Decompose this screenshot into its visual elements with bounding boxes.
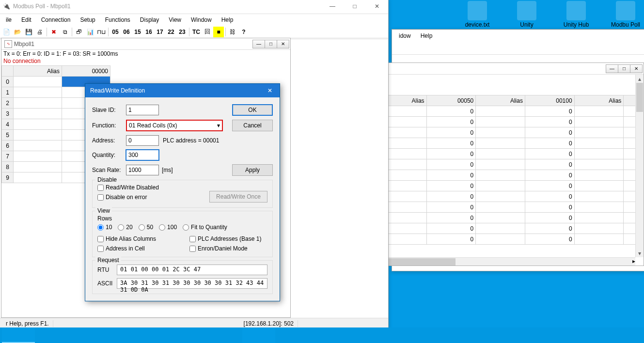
ok-button[interactable]: OK — [232, 104, 273, 116]
cell-val[interactable]: 0 — [525, 117, 574, 127]
cell-val[interactable]: 0 — [426, 181, 476, 191]
input-quantity[interactable] — [126, 150, 159, 160]
rowhead[interactable]: 7 — [2, 151, 14, 162]
rowhead[interactable]: 8 — [2, 162, 14, 172]
cell-val[interactable]: 0 — [426, 138, 476, 149]
menu-file[interactable]: ile — [1, 15, 16, 25]
menu-edit[interactable]: Edit — [16, 15, 36, 25]
cell-alias[interactable] — [14, 109, 62, 119]
tool-05[interactable]: 05 — [110, 27, 121, 37]
close-button[interactable]: ✕ — [366, 0, 388, 14]
cell-alias[interactable] — [14, 162, 62, 172]
menu-help2[interactable]: Help — [416, 31, 438, 41]
taskbar-item-modbus[interactable] — [2, 327, 35, 343]
radio-50[interactable]: 50 — [139, 224, 153, 231]
tool-open[interactable]: 📂 — [12, 27, 23, 37]
cell-val[interactable]: 0 — [525, 138, 574, 149]
input-address[interactable] — [126, 135, 159, 146]
rowhead[interactable]: 6 — [2, 140, 14, 151]
radio-100[interactable]: 100 — [159, 224, 177, 231]
rowhead[interactable]: 0 — [2, 77, 14, 87]
cell-val[interactable]: 0 — [525, 191, 574, 202]
input-scanrate[interactable] — [126, 165, 159, 175]
tool-traffic[interactable]: 📊 — [85, 27, 95, 37]
tool-pulse[interactable]: ⊓⊔ — [96, 27, 107, 37]
radio-fit[interactable]: Fit to Quantity — [183, 224, 227, 231]
cell-val[interactable]: 0 — [525, 202, 574, 213]
check-hidealias[interactable]: Hide Alias Columns — [97, 235, 184, 242]
tool-lamp[interactable]: ■ — [213, 27, 224, 37]
check-disableerr[interactable]: Disable on error — [97, 194, 159, 201]
cell-val[interactable]: 0 — [525, 106, 574, 117]
cell-val[interactable]: 0 — [426, 223, 476, 234]
second-toolbar[interactable] — [392, 41, 644, 55]
rowhead[interactable]: 3 — [2, 109, 14, 119]
tool-save[interactable]: 💾 — [23, 27, 34, 37]
second-menubar[interactable]: idow Help — [392, 30, 644, 41]
check-rwdisabled[interactable]: Read/Write Disabled — [97, 184, 159, 191]
rowhead[interactable]: 5 — [2, 130, 14, 140]
child1-min[interactable]: — — [252, 40, 265, 48]
main-toolbar[interactable]: 📄 📂 💾 🖨 ✖ ⧉ 🗗 📊 ⊓⊔ 05 06 15 16 17 22 23 … — [0, 26, 388, 38]
cell-val[interactable]: 0 — [426, 117, 476, 127]
cell-val[interactable]: 0 — [426, 127, 476, 138]
menu-setup[interactable]: Setup — [75, 15, 100, 25]
taskbar[interactable] — [0, 327, 644, 343]
tool-connect[interactable]: 🗗 — [74, 27, 84, 37]
cell-val[interactable]: 0 — [525, 234, 574, 245]
menu-view[interactable]: View — [164, 15, 186, 25]
tool-15[interactable]: 15 — [132, 27, 143, 37]
child1-close[interactable]: ✕ — [277, 40, 289, 48]
child2-min[interactable]: — — [606, 64, 618, 73]
cell-alias[interactable] — [14, 119, 62, 130]
tool-help[interactable]: ? — [238, 27, 249, 37]
cell-alias[interactable] — [14, 98, 62, 109]
tool-cut[interactable]: ✖ — [48, 27, 59, 37]
tool-22[interactable]: 22 — [166, 27, 176, 37]
cell-val[interactable]: 0 — [426, 213, 476, 223]
cell-alias[interactable] — [14, 130, 62, 140]
cell-alias[interactable] — [14, 87, 62, 98]
rowhead[interactable]: 1 — [2, 87, 14, 98]
check-addrcell[interactable]: Address in Cell — [97, 245, 184, 252]
child2-close[interactable]: ✕ — [630, 64, 643, 73]
tool-17[interactable]: 17 — [155, 27, 165, 37]
rowhead[interactable]: 2 — [2, 98, 14, 109]
cell-val[interactable]: 0 — [525, 170, 574, 181]
tool-print[interactable]: 🖨 — [34, 27, 45, 37]
cell-alias[interactable] — [14, 140, 62, 151]
cell-val[interactable]: 0 — [525, 127, 574, 138]
tool-copy[interactable]: ⧉ — [60, 27, 70, 37]
main-menubar[interactable]: ile Edit Connection Setup Functions Disp… — [0, 14, 388, 26]
grid2-hscroll[interactable]: ▸ — [378, 257, 635, 265]
cell-val[interactable]: 0 — [525, 159, 574, 170]
select-function[interactable]: 01 Read Coils (0x)▾ — [126, 120, 223, 131]
cell-val[interactable]: 0 — [426, 170, 476, 181]
rowhead[interactable]: 4 — [2, 119, 14, 130]
cell-alias[interactable] — [14, 77, 62, 87]
min-button[interactable]: — — [321, 0, 344, 14]
cell-val[interactable]: 0 — [426, 106, 476, 117]
cell-val[interactable]: 0 — [426, 159, 476, 170]
check-enron[interactable]: Enron/Daniel Mode — [189, 245, 261, 252]
second-grid[interactable]: Alias 00050 Alias 00100 Alias 0000000000… — [378, 95, 644, 245]
dlg-close[interactable]: ✕ — [260, 84, 280, 97]
taskbar-item-2[interactable] — [242, 327, 275, 343]
menu-display[interactable]: Display — [135, 15, 164, 25]
tool-23[interactable]: 23 — [177, 27, 188, 37]
menu-window[interactable]: Window — [186, 15, 217, 25]
check-plcbase1[interactable]: PLC Addresses (Base 1) — [189, 235, 261, 242]
cell-val[interactable]: 0 — [426, 149, 476, 159]
cancel-button[interactable]: Cancel — [232, 120, 273, 131]
cell-val[interactable]: 0 — [525, 223, 574, 234]
tool-simulate[interactable]: ⛓ — [227, 27, 238, 37]
child1-max[interactable]: □ — [265, 40, 277, 48]
grid2-vscroll[interactable]: ▴▾ — [635, 75, 644, 257]
max-button[interactable]: □ — [344, 0, 366, 14]
menu-window2[interactable]: idow — [394, 31, 416, 41]
cell-alias[interactable] — [14, 151, 62, 162]
input-slave[interactable] — [126, 105, 159, 115]
rowhead[interactable]: 9 — [2, 172, 14, 183]
cell-alias[interactable] — [14, 172, 62, 183]
menu-help[interactable]: Help — [217, 15, 238, 25]
